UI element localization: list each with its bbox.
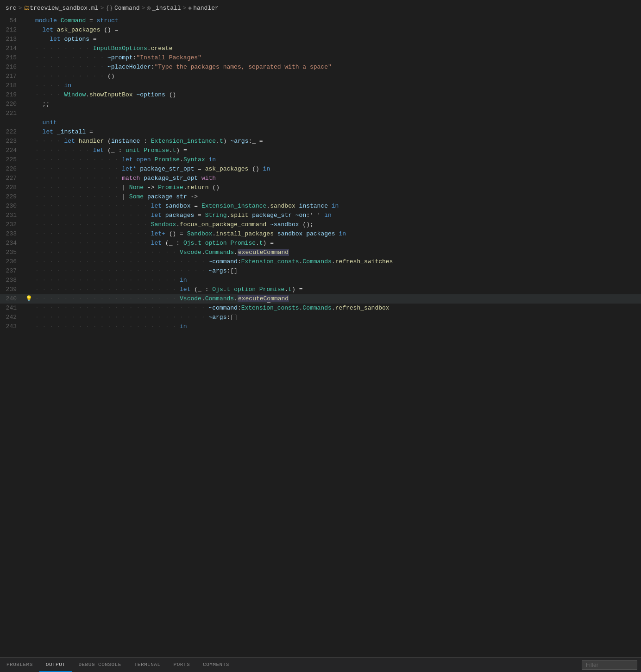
table-row: 225 · · · · · · · · · · · · let open Pro… <box>0 155 641 165</box>
table-row: 239 · · · · · · · · · · · · · · · · · · … <box>0 285 641 294</box>
breadcrumb-handler[interactable]: handler <box>193 5 219 12</box>
breadcrumb-file[interactable]: treeview_sandbox.ml <box>30 5 98 12</box>
table-row: 54 module Command = struct <box>0 16 641 25</box>
table-row: 216 · · · · · · · · · · ~placeHolder:"Ty… <box>0 63 641 72</box>
table-row: 213 let options = <box>0 35 641 44</box>
table-row: 215 · · · · · · · · · · ~prompt:"Install… <box>0 53 641 63</box>
table-row: 220 ;; <box>0 100 641 109</box>
table-row: 227 · · · · · · · · · · · · match packag… <box>0 174 641 183</box>
lightbulb-icon[interactable]: 💡 <box>25 294 32 304</box>
table-row: 235 · · · · · · · · · · · · · · · · · · … <box>0 248 641 257</box>
table-row: 212 let ask_packages () = <box>0 25 641 35</box>
tab-ports[interactable]: PORTS <box>167 658 197 672</box>
editor: 54 module Command = struct 212 let ask_p… <box>0 16 641 657</box>
breadcrumb-src[interactable]: src <box>6 5 16 12</box>
table-row: 236 · · · · · · · · · · · · · · · · · · … <box>0 257 641 266</box>
table-row: 231 · · · · · · · · · · · · · · · · let … <box>0 211 641 220</box>
table-row: 226 · · · · · · · · · · · · let* package… <box>0 165 641 174</box>
breadcrumb-module-icon: {} <box>106 5 113 12</box>
tab-output[interactable]: OUTPUT <box>39 658 72 672</box>
breadcrumb: src > 🗂 treeview_sandbox.ml > {} Command… <box>0 0 641 16</box>
table-row: 232 · · · · · · · · · · · · · · · · Sand… <box>0 220 641 229</box>
table-row: 229 · · · · · · · · · · · · | Some packa… <box>0 192 641 202</box>
table-row: 223 · · · · let handler (instance : Exte… <box>0 137 641 146</box>
table-row: 230 · · · · · · · · · · · · · · · · let … <box>0 202 641 211</box>
table-row: unit <box>0 118 641 127</box>
table-row: 219 · · · · Window.showInputBox ~options… <box>0 90 641 100</box>
table-row: 240 💡 · · · · · · · · · · · · · · · · · … <box>0 294 641 304</box>
tab-comments[interactable]: COMMENTS <box>196 658 236 672</box>
panel-filter-area <box>578 658 641 672</box>
table-row: 222 let _install = <box>0 127 641 137</box>
filter-input[interactable] <box>582 660 637 670</box>
table-row: 228 · · · · · · · · · · · · | None -> Pr… <box>0 183 641 192</box>
tab-terminal[interactable]: TERMINAL <box>128 658 167 672</box>
table-row: 243 · · · · · · · · · · · · · · · · · · … <box>0 322 641 331</box>
breadcrumb-handler-icon: ◈ <box>188 4 192 12</box>
breadcrumb-module[interactable]: Command <box>114 5 140 12</box>
table-row: 242 · · · · · · · · · · · · · · · · · · … <box>0 313 641 322</box>
table-row: 218 · · · · in <box>0 81 641 90</box>
breadcrumb-install[interactable]: _install <box>152 5 181 12</box>
table-row: 238 · · · · · · · · · · · · · · · · · · … <box>0 276 641 285</box>
table-row: 217 · · · · · · · · · · () <box>0 72 641 81</box>
table-row: 214 · · · · · · · · InputBoxOptions.crea… <box>0 44 641 53</box>
panel: PROBLEMS OUTPUT DEBUG CONSOLE TERMINAL P… <box>0 657 641 672</box>
code-area[interactable]: 54 module Command = struct 212 let ask_p… <box>0 16 641 657</box>
table-row: 241 · · · · · · · · · · · · · · · · · · … <box>0 304 641 313</box>
breadcrumb-install-icon: ◎ <box>147 4 151 12</box>
table-row: 237 · · · · · · · · · · · · · · · · · · … <box>0 266 641 276</box>
table-row: 221 <box>0 109 641 118</box>
table-row: 233 · · · · · · · · · · · · · · · · let+… <box>0 229 641 239</box>
table-row: 234 · · · · · · · · · · · · · · · · let … <box>0 239 641 248</box>
tab-debug-console[interactable]: DEBUG CONSOLE <box>72 658 127 672</box>
table-row: 224 · · · · · · · · let (_ : unit Promis… <box>0 146 641 155</box>
breadcrumb-icon-file: 🗂 <box>24 5 30 12</box>
tab-problems[interactable]: PROBLEMS <box>0 658 39 672</box>
